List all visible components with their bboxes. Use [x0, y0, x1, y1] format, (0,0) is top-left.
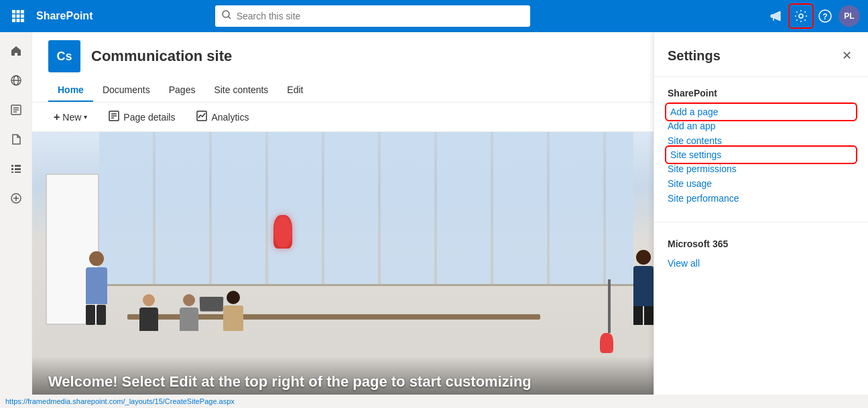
svg-rect-22 — [11, 165, 13, 167]
sidebar-item-add[interactable] — [3, 185, 29, 212]
site-title: Communication site — [91, 48, 232, 65]
svg-rect-1 — [17, 10, 20, 13]
microsoft365-settings-section: Microsoft 365 View all — [654, 228, 868, 281]
search-icon — [222, 10, 231, 22]
settings-divider — [654, 222, 868, 222]
site-usage-link[interactable]: Site usage — [668, 176, 855, 191]
site-logo: Cs — [48, 40, 80, 72]
sidebar-item-list[interactable] — [3, 155, 29, 182]
brand-name: SharePoint — [36, 10, 92, 22]
svg-rect-24 — [11, 168, 13, 170]
page-details-button[interactable]: Page details — [103, 108, 180, 126]
nav-item-edit[interactable]: Edit — [277, 79, 312, 102]
svg-rect-3 — [12, 15, 15, 18]
settings-header: Settings ✕ — [654, 32, 868, 77]
search-bar[interactable] — [215, 5, 530, 27]
page-body: Cs Communication site Home Documents Pag… — [0, 32, 868, 408]
sharepoint-settings-section: SharePoint Add a page Add an app Site co… — [654, 77, 868, 216]
svg-rect-23 — [15, 165, 21, 167]
status-bar: https://framedmedia.sharepoint.com/_layo… — [0, 395, 868, 408]
plus-icon: + — [54, 111, 60, 123]
hero-main-text: Welcome! Select Edit at the top right of… — [48, 372, 651, 392]
svg-rect-7 — [17, 19, 20, 22]
caret-icon: ▾ — [84, 113, 87, 121]
sidebar-item-document[interactable] — [3, 126, 29, 153]
status-url: https://framedmedia.sharepoint.com/_layo… — [5, 397, 235, 405]
left-sidebar — [0, 32, 32, 408]
svg-rect-2 — [21, 10, 24, 13]
site-performance-link[interactable]: Site performance — [668, 191, 855, 206]
settings-panel: Settings ✕ SharePoint Add a page Add an … — [654, 32, 868, 408]
svg-rect-4 — [17, 15, 20, 18]
svg-point-12 — [799, 14, 803, 18]
view-all-link[interactable]: View all — [668, 256, 855, 271]
site-contents-link[interactable]: Site contents — [668, 133, 855, 148]
svg-rect-8 — [21, 19, 24, 22]
user-avatar-button[interactable]: PL — [839, 5, 860, 27]
megaphone-button[interactable] — [766, 5, 788, 27]
add-a-page-link[interactable]: Add a page — [668, 105, 855, 119]
sharepoint-section-title: SharePoint — [668, 88, 855, 98]
site-permissions-link[interactable]: Site permissions — [668, 161, 855, 176]
svg-point-9 — [223, 11, 229, 17]
nav-item-home[interactable]: Home — [48, 79, 93, 102]
svg-text:?: ? — [822, 12, 827, 21]
svg-rect-26 — [11, 172, 13, 173]
close-settings-button[interactable]: ✕ — [839, 46, 855, 66]
svg-rect-5 — [21, 15, 24, 18]
top-navigation: SharePoint ? PL — [0, 0, 868, 32]
svg-rect-27 — [15, 172, 21, 173]
svg-line-10 — [229, 17, 231, 19]
analytics-icon — [196, 111, 207, 123]
svg-rect-0 — [12, 10, 15, 13]
svg-rect-6 — [12, 19, 15, 22]
settings-title: Settings — [668, 48, 721, 64]
sidebar-item-home[interactable] — [3, 38, 29, 64]
search-input[interactable] — [237, 11, 523, 21]
sidebar-item-globe[interactable] — [3, 67, 29, 94]
analytics-button[interactable]: Analytics — [191, 108, 254, 126]
sidebar-item-notes[interactable] — [3, 96, 29, 123]
nav-item-site-contents[interactable]: Site contents — [204, 79, 277, 102]
nav-item-documents[interactable]: Documents — [93, 79, 160, 102]
nav-icon-group: ? PL — [766, 5, 860, 27]
page-details-icon — [109, 111, 119, 123]
add-an-app-link[interactable]: Add an app — [668, 119, 855, 133]
nav-item-pages[interactable]: Pages — [160, 79, 205, 102]
site-settings-link[interactable]: Site settings — [668, 148, 855, 161]
microsoft365-section-title: Microsoft 365 — [668, 239, 855, 249]
waffle-menu-button[interactable] — [8, 6, 28, 26]
help-button[interactable]: ? — [814, 5, 836, 27]
new-button[interactable]: + New ▾ — [48, 109, 92, 126]
hero-main-image[interactable]: Welcome! Select Edit at the top right of… — [32, 132, 667, 408]
settings-gear-button[interactable] — [790, 5, 812, 27]
svg-rect-25 — [15, 168, 21, 170]
